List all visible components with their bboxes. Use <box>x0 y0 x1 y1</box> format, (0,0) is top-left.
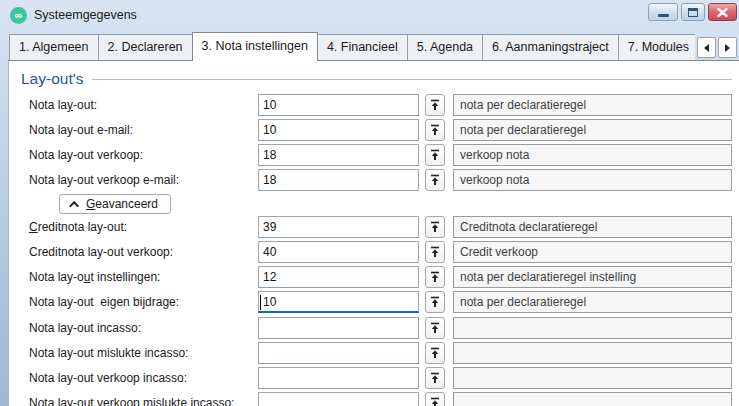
tab-modules[interactable]: 7. Modules <box>618 34 695 60</box>
field-label: Nota lay-out instellingen: <box>29 270 258 284</box>
layout-description-field: nota per declaratieregel <box>453 119 732 141</box>
tab-scroll-left-button[interactable] <box>697 37 716 58</box>
layout-number-input[interactable] <box>258 342 419 364</box>
form-row-creditnota-layout: Creditnota lay-out: Creditnota declarati… <box>9 216 739 238</box>
lookup-button[interactable] <box>425 144 445 166</box>
tab-scroll-right-button[interactable] <box>718 37 737 58</box>
field-label: Nota lay-out incasso: <box>29 321 258 335</box>
layout-number-input[interactable] <box>258 241 419 263</box>
maximize-button[interactable] <box>681 3 705 21</box>
window-title: Systeemgegevens <box>34 8 137 22</box>
close-button[interactable] <box>708 3 737 21</box>
layout-number-input[interactable] <box>258 266 419 288</box>
chevron-up-icon <box>69 200 79 210</box>
form-row-nota-layout-incasso: Nota lay-out incasso: <box>9 317 739 339</box>
field-label: Nota lay-out mislukte incasso: <box>29 346 258 360</box>
arrow-up-to-bar-icon <box>430 322 440 334</box>
layout-number-input[interactable] <box>258 392 419 406</box>
layout-description-field: Credit verkoop <box>453 241 732 263</box>
lookup-button[interactable] <box>425 367 445 389</box>
form-row-nota-layout-verkoop-email: Nota lay-out verkoop e-mail: verkoop not… <box>9 169 739 191</box>
layout-number-input[interactable] <box>258 216 419 238</box>
lookup-button[interactable] <box>425 216 445 238</box>
layout-description-field: nota per declaratieregel <box>453 291 732 313</box>
arrow-up-to-bar-icon <box>430 296 440 308</box>
layout-number-input[interactable] <box>258 119 419 141</box>
layout-description-field: verkoop nota <box>453 144 732 166</box>
section-title: Lay-out's <box>21 70 83 88</box>
form-row-nota-layout-mislukte-incasso: Nota lay-out mislukte incasso: <box>9 342 739 364</box>
app-logo-icon: ∞ <box>10 7 27 24</box>
lookup-button[interactable] <box>425 94 445 116</box>
layout-description-field <box>453 342 732 364</box>
lookup-button[interactable] <box>425 291 445 313</box>
titlebar: ∞ Systeemgegevens <box>0 0 739 30</box>
field-label: Nota lay-out eigen bijdrage: <box>29 295 258 309</box>
layout-number-input[interactable] <box>258 169 419 191</box>
field-label: Nota lay-out: <box>29 98 258 112</box>
form-row-nota-layout-eigen-bijdrage: Nota lay-out eigen bijdrage: nota per de… <box>9 291 739 313</box>
layout-number-input[interactable] <box>258 317 419 339</box>
layout-description-field <box>453 392 732 406</box>
arrow-up-to-bar-icon <box>430 174 440 186</box>
close-icon <box>717 8 728 17</box>
form-row-nota-layout-verkoop-incasso: Nota lay-out verkoop incasso: <box>9 367 739 389</box>
field-label: Nota lay-out verkoop mislukte incasso: <box>29 396 258 406</box>
arrow-up-to-bar-icon <box>430 372 440 384</box>
tab-agenda[interactable]: 5. Agenda <box>407 34 483 60</box>
field-label: Creditnota lay-out: <box>29 220 258 234</box>
tab-algemeen[interactable]: 1. Algemeen <box>9 34 99 60</box>
tab-financieel[interactable]: 4. Financieel <box>317 34 408 60</box>
system-settings-window: ∞ Systeemgegevens 1. Algemeen 2. Declare… <box>0 0 739 406</box>
lookup-button[interactable] <box>425 241 445 263</box>
lookup-button[interactable] <box>425 266 445 288</box>
tab-declareren[interactable]: 2. Declareren <box>98 34 193 60</box>
arrow-up-to-bar-icon <box>430 149 440 161</box>
arrow-up-to-bar-icon <box>430 124 440 136</box>
form-row-nota-layout-email: Nota lay-out e-mail: nota per declaratie… <box>9 119 739 141</box>
layout-description-field: nota per declaratieregel <box>453 94 732 116</box>
tab-aanmaningstraject[interactable]: 6. Aanmaningstraject <box>482 34 619 60</box>
layout-description-field: nota per declaratieregel instelling <box>453 266 732 288</box>
layout-description-field: Creditnota declaratieregel <box>453 216 732 238</box>
layout-description-field <box>453 317 732 339</box>
tab-panel-nota-instellingen: Lay-out's Nota lay-out: nota per declara… <box>8 60 739 406</box>
lookup-button[interactable] <box>425 317 445 339</box>
form-row-nota-layout-instellingen: Nota lay-out instellingen: nota per decl… <box>9 266 739 288</box>
minimize-button[interactable] <box>648 3 678 21</box>
field-label: Nota lay-out e-mail: <box>29 123 258 137</box>
field-label: Creditnota lay-out verkoop: <box>29 245 258 259</box>
field-label: Nota lay-out verkoop: <box>29 148 258 162</box>
minimize-icon <box>658 14 669 17</box>
arrow-up-to-bar-icon <box>430 397 440 406</box>
arrow-up-to-bar-icon <box>430 246 440 258</box>
tab-scroll-left-icon <box>704 44 709 52</box>
window-controls <box>648 3 737 21</box>
tab-scroll-right-icon <box>725 44 730 52</box>
arrow-up-to-bar-icon <box>430 347 440 359</box>
tab-nota-instellingen[interactable]: 3. Nota instellingen <box>192 32 318 61</box>
lookup-button[interactable] <box>425 392 445 406</box>
tab-bar: 1. Algemeen 2. Declareren 3. Nota instel… <box>9 32 695 61</box>
layout-number-input[interactable] <box>258 94 419 116</box>
layout-description-field <box>453 367 732 389</box>
layout-description-field: verkoop nota <box>453 169 732 191</box>
lookup-button[interactable] <box>425 342 445 364</box>
maximize-icon <box>688 8 698 17</box>
lookup-button[interactable] <box>425 169 445 191</box>
layout-number-input-focused[interactable] <box>258 291 419 313</box>
form-row-nota-layout-verkoop: Nota lay-out verkoop: verkoop nota <box>9 144 739 166</box>
tab-scroll-controls <box>697 37 737 58</box>
field-label: Nota lay-out verkoop incasso: <box>29 371 258 385</box>
section-divider <box>92 79 732 80</box>
advanced-toggle-row: Geavanceerd <box>9 194 739 214</box>
form-row-creditnota-layout-verkoop: Creditnota lay-out verkoop: Credit verko… <box>9 241 739 263</box>
lookup-button[interactable] <box>425 119 445 141</box>
arrow-up-to-bar-icon <box>430 271 440 283</box>
layout-number-input[interactable] <box>258 144 419 166</box>
form-row-nota-layout-verkoop-mislukte-incasso: Nota lay-out verkoop mislukte incasso: <box>9 392 739 406</box>
advanced-toggle-button[interactable]: Geavanceerd <box>59 194 171 214</box>
layout-number-input[interactable] <box>258 367 419 389</box>
layout-form: Nota lay-out: nota per declaratieregel N… <box>9 91 739 406</box>
field-label: Nota lay-out verkoop e-mail: <box>29 173 258 187</box>
